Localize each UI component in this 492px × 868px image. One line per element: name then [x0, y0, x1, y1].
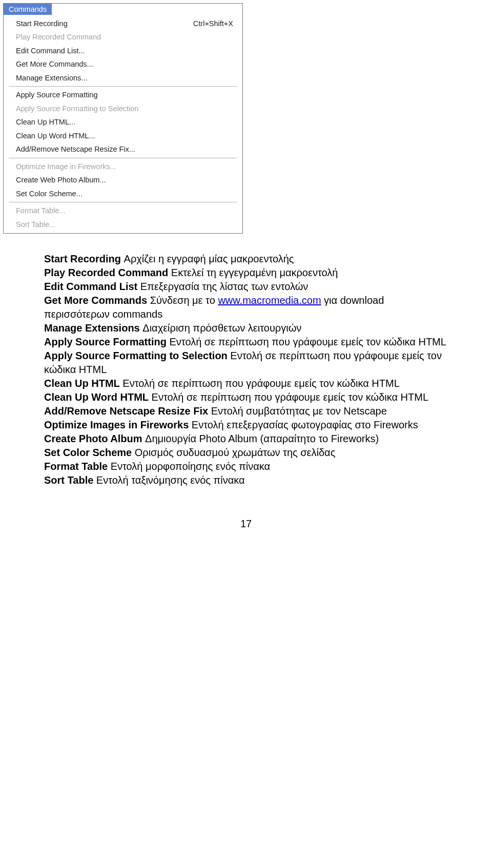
menu-item[interactable]: Start RecordingCtrl+Shift+X	[4, 17, 242, 30]
glossary-desc: Επεξεργασία της λίστας των εντολών	[137, 281, 308, 292]
menu-item[interactable]: Manage Extensions...	[4, 71, 242, 85]
glossary-term: Apply Source Formatting	[44, 336, 167, 347]
glossary-desc: Εντολή σε περίπτωση που γράφουμε εμείς τ…	[120, 378, 400, 389]
glossary-line: Clean Up Word HTML Εντολή σε περίπτωση π…	[44, 390, 448, 404]
glossary-desc: Εντολή σε περίπτωση που γράφουμε εμείς τ…	[167, 336, 446, 347]
glossary-line: Sort Table Εντολή ταξινόμησης ενός πίνακ…	[44, 473, 448, 487]
glossary-term: Format Table	[44, 461, 108, 472]
glossary-desc: Ορισμός συδυασμού χρωμάτων της σελίδας	[132, 447, 335, 458]
glossary-line: Start Recording Αρχίζει η εγγραφή μίας μ…	[44, 252, 448, 266]
menu-item-label: Apply Source Formatting	[16, 89, 98, 100]
glossary-desc: Εκτελεί τη εγγεγραμένη μακροεντολή	[168, 267, 338, 278]
menu-item: Play Recorded Command	[4, 30, 242, 44]
menu-item-label: Apply Source Formatting to Selection	[16, 103, 138, 114]
glossary-link[interactable]: www.macromedia.com	[218, 295, 321, 306]
menu-item[interactable]: Clean Up HTML...	[4, 115, 242, 129]
glossary-term: Apply Source Formatting to Selection	[44, 350, 228, 361]
glossary-line: Optimize Images in Fireworks Εντολή επεξ…	[44, 418, 448, 432]
glossary-term: Edit Command List	[44, 281, 137, 292]
glossary-desc: Εντολή σε περίπτωση που γράφουμε εμείς τ…	[149, 391, 428, 403]
glossary-desc: Διαχείριση πρόσθετων λειτουργιών	[140, 322, 302, 334]
menu-item-label: Format Table...	[16, 205, 65, 216]
menu-title: Commands	[4, 4, 52, 15]
glossary-line: Play Recorded Command Εκτελεί τη εγγεγρα…	[44, 266, 448, 280]
menu-item-label: Create Web Photo Album...	[16, 174, 106, 185]
glossary-desc: Αρχίζει η εγγραφή μίας μακροεντολής	[121, 253, 294, 264]
glossary-line: Set Color Scheme Ορισμός συδυασμού χρωμά…	[44, 446, 448, 460]
menu-separator	[9, 86, 237, 87]
menu-item[interactable]: Create Web Photo Album...	[4, 173, 242, 187]
menu-item: Optimize Image in Fireworks...	[4, 160, 242, 173]
glossary-line: Apply Source Formatting Εντολή σε περίπτ…	[44, 335, 448, 349]
menu-item: Sort Table...	[4, 218, 242, 231]
menu-item[interactable]: Get More Commands...	[4, 57, 242, 71]
glossary-term: Sort Table	[44, 474, 93, 486]
menu-item-label: Clean Up Word HTML...	[16, 130, 95, 141]
glossary-term: Clean Up HTML	[44, 378, 120, 389]
glossary-line: Manage Extensions Διαχείριση πρόσθετων λ…	[44, 321, 448, 335]
glossary-line: Create Photo Album Δημιουργία Photo Albu…	[44, 432, 448, 446]
menu-item[interactable]: Apply Source Formatting	[4, 88, 242, 101]
glossary-term: Optimize Images in Fireworks	[44, 419, 189, 430]
menu-item-label: Get More Commands...	[16, 58, 93, 70]
menu-item-label: Set Color Scheme...	[16, 188, 83, 199]
menu-item[interactable]: Set Color Scheme...	[4, 187, 242, 200]
menu-item-label: Clean Up HTML...	[16, 116, 75, 128]
glossary-line: Add/Remove Netscape Resize Fix Εντολή συ…	[44, 404, 448, 418]
menu-separator	[9, 202, 237, 202]
menu-item: Apply Source Formatting to Selection	[4, 102, 242, 115]
glossary-term: Start Recording	[44, 253, 121, 264]
glossary-line: Clean Up HTML Εντολή σε περίπτωση που γρ…	[44, 377, 448, 390]
menu-item-label: Play Recorded Command	[16, 31, 101, 43]
glossary-desc: Εντολή ταξινόμησης ενός πίνακα	[93, 474, 244, 486]
menu-item-label: Start Recording	[16, 18, 68, 29]
menu-item-label: Sort Table...	[16, 219, 55, 230]
glossary-term: Play Recorded Command	[44, 267, 168, 278]
glossary-term: Manage Extensions	[44, 322, 140, 334]
glossary-term: Get More Commands	[44, 295, 147, 306]
menu-item[interactable]: Edit Command List...	[4, 44, 242, 57]
glossary-line: Apply Source Formatting to Selection Εντ…	[44, 349, 448, 377]
glossary-desc: Σύνδεση με το	[147, 295, 218, 306]
glossary-desc: Εντολή επεξεργασίας φωτογραφίας στο Fire…	[189, 419, 418, 430]
menu-item-label: Manage Extensions...	[16, 72, 87, 84]
glossary-desc: Εντολή συμβατότητας με τον Netscape	[208, 405, 387, 417]
menu-item-label: Optimize Image in Fireworks...	[16, 161, 116, 172]
glossary-line: Edit Command List Επεξεργασία της λίστας…	[44, 280, 448, 294]
glossary-term: Clean Up Word HTML	[44, 391, 149, 403]
page-number: 17	[0, 518, 492, 530]
menu-separator	[9, 158, 237, 158]
glossary-desc: Εντολή μορφοποίησης ενός πίνακα	[108, 461, 270, 472]
menu-item[interactable]: Clean Up Word HTML...	[4, 129, 242, 142]
menu-item: Format Table...	[4, 204, 242, 217]
glossary-desc: Δημιουργία Photo Album (απαραίτητο το Fi…	[142, 433, 379, 444]
glossary-term: Add/Remove Netscape Resize Fix	[44, 405, 208, 417]
commands-menu: Commands Start RecordingCtrl+Shift+XPlay…	[3, 3, 243, 234]
glossary-text: Start Recording Αρχίζει η εγγραφή μίας μ…	[44, 252, 448, 487]
glossary-term: Set Color Scheme	[44, 447, 132, 458]
menu-items-container: Start RecordingCtrl+Shift+XPlay Recorded…	[4, 15, 242, 231]
glossary-term: Create Photo Album	[44, 433, 142, 444]
menu-item-label: Edit Command List...	[16, 45, 85, 56]
menu-item-label: Add/Remove Netscape Resize Fix...	[16, 143, 135, 155]
menu-item-shortcut: Ctrl+Shift+X	[193, 18, 233, 29]
glossary-line: Format Table Εντολή μορφοποίησης ενός πί…	[44, 460, 448, 473]
glossary-line: Get More Commands Σύνδεση με το www.macr…	[44, 294, 448, 321]
menu-item[interactable]: Add/Remove Netscape Resize Fix...	[4, 142, 242, 156]
